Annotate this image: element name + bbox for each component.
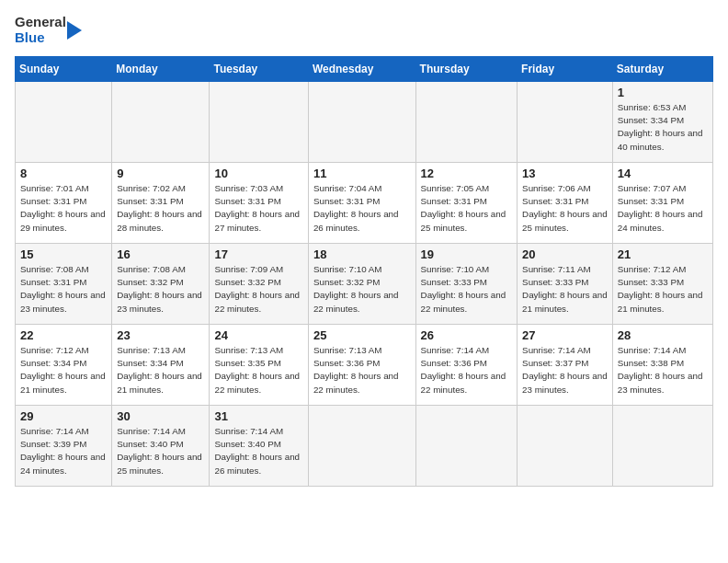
day-cell-16: 16 Sunrise: 7:08 AMSunset: 3:32 PMDaylig… [112, 244, 210, 325]
day-info: Sunrise: 7:13 AMSunset: 3:36 PMDaylight:… [313, 344, 411, 396]
day-number: 22 [20, 328, 107, 342]
empty-cell [518, 82, 613, 163]
day-number: 13 [522, 167, 608, 180]
calendar-week-3: 15 Sunrise: 7:08 AMSunset: 3:31 PMDaylig… [16, 244, 713, 325]
day-info: Sunrise: 7:14 AMSunset: 3:36 PMDaylight:… [421, 344, 513, 396]
day-info: Sunrise: 7:06 AMSunset: 3:31 PMDaylight:… [522, 182, 608, 235]
day-info: Sunrise: 7:03 AMSunset: 3:31 PMDaylight:… [214, 182, 302, 235]
day-cell-19: 19 Sunrise: 7:10 AMSunset: 3:33 PMDaylig… [415, 244, 518, 325]
empty-cell [612, 406, 712, 487]
day-cell-10: 10 Sunrise: 7:03 AMSunset: 3:31 PMDaylig… [210, 163, 308, 244]
day-info: Sunrise: 7:12 AMSunset: 3:33 PMDaylight:… [618, 263, 708, 316]
page-header: General Blue [15, 15, 713, 45]
day-info: Sunrise: 7:14 AMSunset: 3:40 PMDaylight:… [117, 425, 204, 477]
day-cell-12: 12 Sunrise: 7:05 AMSunset: 3:31 PMDaylig… [415, 163, 518, 244]
empty-cell [210, 82, 308, 163]
day-cell-25: 25 Sunrise: 7:13 AMSunset: 3:36 PMDaylig… [308, 325, 415, 406]
empty-cell [112, 82, 210, 163]
col-header-tuesday: Tuesday [210, 57, 308, 82]
day-cell-17: 17 Sunrise: 7:09 AMSunset: 3:32 PMDaylig… [210, 244, 308, 325]
logo-general: General [15, 15, 66, 30]
day-number: 1 [618, 86, 708, 99]
day-number: 26 [421, 328, 513, 342]
day-number: 8 [20, 167, 107, 180]
day-number: 9 [117, 167, 204, 180]
day-number: 30 [117, 409, 204, 423]
day-number: 11 [313, 167, 411, 180]
day-info: Sunrise: 7:01 AMSunset: 3:31 PMDaylight:… [20, 182, 107, 235]
day-info: Sunrise: 7:12 AMSunset: 3:34 PMDaylight:… [20, 344, 107, 396]
day-cell-26: 26 Sunrise: 7:14 AMSunset: 3:36 PMDaylig… [415, 325, 518, 406]
day-info: Sunrise: 7:14 AMSunset: 3:39 PMDaylight:… [20, 425, 107, 477]
day-info: Sunrise: 7:08 AMSunset: 3:31 PMDaylight:… [20, 263, 107, 316]
day-info: Sunrise: 7:02 AMSunset: 3:31 PMDaylight:… [117, 182, 204, 235]
day-number: 23 [117, 328, 204, 342]
calendar-week-2: 8 Sunrise: 7:01 AMSunset: 3:31 PMDayligh… [16, 163, 713, 244]
day-cell-1: 1 Sunrise: 6:53 AMSunset: 3:34 PMDayligh… [612, 82, 712, 163]
col-header-saturday: Saturday [612, 57, 712, 82]
calendar-week-1: 1 Sunrise: 6:53 AMSunset: 3:34 PMDayligh… [16, 82, 713, 163]
day-number: 29 [20, 409, 107, 423]
day-number: 19 [421, 247, 513, 261]
col-header-sunday: Sunday [16, 57, 112, 82]
day-info: Sunrise: 7:04 AMSunset: 3:31 PMDaylight:… [313, 182, 411, 235]
empty-cell [308, 406, 415, 487]
day-info: Sunrise: 7:14 AMSunset: 3:38 PMDaylight:… [618, 344, 708, 396]
calendar-week-5: 29 Sunrise: 7:14 AMSunset: 3:39 PMDaylig… [16, 406, 713, 487]
day-number: 31 [214, 409, 302, 423]
calendar-week-4: 22 Sunrise: 7:12 AMSunset: 3:34 PMDaylig… [16, 325, 713, 406]
col-header-friday: Friday [518, 57, 613, 82]
empty-cell [415, 82, 518, 163]
day-number: 25 [313, 328, 411, 342]
day-cell-21: 21 Sunrise: 7:12 AMSunset: 3:33 PMDaylig… [612, 244, 712, 325]
day-cell-15: 15 Sunrise: 7:08 AMSunset: 3:31 PMDaylig… [16, 244, 112, 325]
logo-blue: Blue [15, 30, 66, 46]
day-info: Sunrise: 7:11 AMSunset: 3:33 PMDaylight:… [522, 263, 608, 316]
day-info: Sunrise: 7:14 AMSunset: 3:37 PMDaylight:… [522, 344, 608, 396]
logo-triangle-icon [67, 17, 82, 44]
col-header-thursday: Thursday [415, 57, 518, 82]
calendar-table: SundayMondayTuesdayWednesdayThursdayFrid… [15, 56, 713, 487]
day-cell-24: 24 Sunrise: 7:13 AMSunset: 3:35 PMDaylig… [210, 325, 308, 406]
empty-cell [518, 406, 613, 487]
day-cell-18: 18 Sunrise: 7:10 AMSunset: 3:32 PMDaylig… [308, 244, 415, 325]
day-cell-8: 8 Sunrise: 7:01 AMSunset: 3:31 PMDayligh… [16, 163, 112, 244]
logo: General Blue [15, 15, 82, 45]
day-number: 28 [618, 328, 708, 342]
day-cell-31: 31 Sunrise: 7:14 AMSunset: 3:40 PMDaylig… [210, 406, 308, 487]
day-cell-29: 29 Sunrise: 7:14 AMSunset: 3:39 PMDaylig… [16, 406, 112, 487]
day-number: 24 [214, 328, 302, 342]
empty-cell [308, 82, 415, 163]
day-info: Sunrise: 7:10 AMSunset: 3:32 PMDaylight:… [313, 263, 411, 316]
day-cell-20: 20 Sunrise: 7:11 AMSunset: 3:33 PMDaylig… [518, 244, 613, 325]
day-number: 12 [421, 167, 513, 180]
day-cell-9: 9 Sunrise: 7:02 AMSunset: 3:31 PMDayligh… [112, 163, 210, 244]
empty-cell [415, 406, 518, 487]
day-number: 10 [214, 167, 302, 180]
day-info: Sunrise: 7:13 AMSunset: 3:34 PMDaylight:… [117, 344, 204, 396]
day-cell-14: 14 Sunrise: 7:07 AMSunset: 3:31 PMDaylig… [612, 163, 712, 244]
day-number: 20 [522, 247, 608, 261]
day-cell-30: 30 Sunrise: 7:14 AMSunset: 3:40 PMDaylig… [112, 406, 210, 487]
day-info: Sunrise: 7:13 AMSunset: 3:35 PMDaylight:… [214, 344, 302, 396]
svg-marker-0 [67, 21, 82, 40]
col-header-monday: Monday [112, 57, 210, 82]
day-cell-13: 13 Sunrise: 7:06 AMSunset: 3:31 PMDaylig… [518, 163, 613, 244]
day-info: Sunrise: 7:14 AMSunset: 3:40 PMDaylight:… [214, 425, 302, 477]
day-cell-27: 27 Sunrise: 7:14 AMSunset: 3:37 PMDaylig… [518, 325, 613, 406]
day-number: 14 [618, 167, 708, 180]
day-info: Sunrise: 6:53 AMSunset: 3:34 PMDaylight:… [618, 101, 708, 154]
col-header-wednesday: Wednesday [308, 57, 415, 82]
empty-cell [16, 82, 112, 163]
day-cell-11: 11 Sunrise: 7:04 AMSunset: 3:31 PMDaylig… [308, 163, 415, 244]
day-info: Sunrise: 7:08 AMSunset: 3:32 PMDaylight:… [117, 263, 204, 316]
logo-svg: General Blue [15, 15, 66, 45]
day-cell-22: 22 Sunrise: 7:12 AMSunset: 3:34 PMDaylig… [16, 325, 112, 406]
day-number: 17 [214, 247, 302, 261]
day-number: 18 [313, 247, 411, 261]
day-number: 16 [117, 247, 204, 261]
day-number: 27 [522, 328, 608, 342]
day-info: Sunrise: 7:09 AMSunset: 3:32 PMDaylight:… [214, 263, 302, 316]
day-info: Sunrise: 7:07 AMSunset: 3:31 PMDaylight:… [618, 182, 708, 235]
day-info: Sunrise: 7:05 AMSunset: 3:31 PMDaylight:… [421, 182, 513, 235]
